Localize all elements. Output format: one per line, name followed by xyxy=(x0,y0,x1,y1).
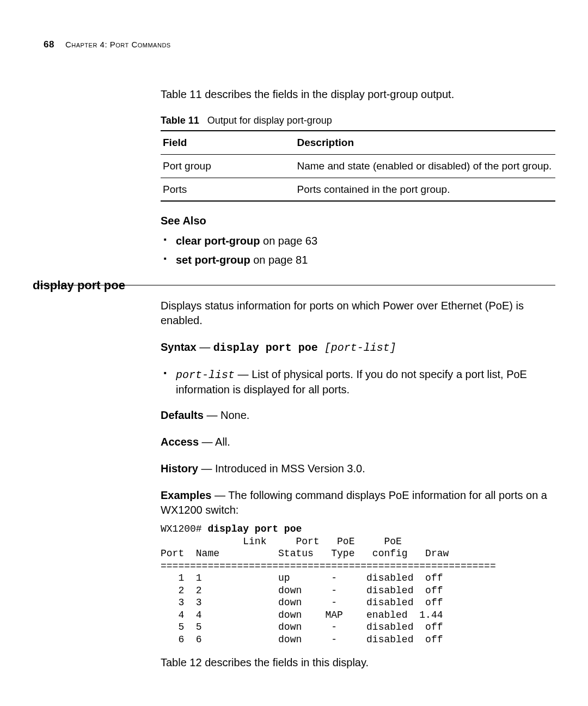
examples-label: Examples xyxy=(161,489,211,501)
cli-prompt: WX1200# xyxy=(161,524,207,534)
history-line: History — Introduced in MSS Version 3.0. xyxy=(161,461,555,476)
defaults-value: — None. xyxy=(204,409,249,421)
table11-desc: Ports contained in the port group. xyxy=(295,178,556,201)
examples-text: — The following command displays PoE inf… xyxy=(161,489,547,516)
defaults-line: Defaults — None. xyxy=(161,408,555,423)
list-item: clear port-group on page 63 xyxy=(161,234,555,248)
syntax-arg: [port-list] xyxy=(324,342,396,354)
cli-row: 1 1 up - disabled off xyxy=(161,573,443,583)
list-item: set port-group on page 81 xyxy=(161,253,555,267)
see-also-heading: See Also xyxy=(161,214,555,228)
history-label: History xyxy=(161,462,198,474)
page-number: 68 xyxy=(44,39,54,50)
command-description: Displays status information for ports on… xyxy=(161,299,555,328)
see-also-pageref: on page 63 xyxy=(260,235,317,247)
cli-separator: ========================================… xyxy=(161,561,496,571)
left-gutter xyxy=(33,87,155,278)
cli-row: 5 5 down - disabled off xyxy=(161,622,443,632)
history-value: — Introduced in MSS Version 3.0. xyxy=(198,462,365,474)
cli-row: 6 6 down - disabled off xyxy=(161,634,443,645)
table-row: Port group Name and state (enabled or di… xyxy=(161,154,555,178)
trailing-paragraph: Table 12 describes the fields in this di… xyxy=(161,655,555,670)
cli-row: 3 3 down - disabled off xyxy=(161,597,443,608)
table11-field: Ports xyxy=(161,178,295,201)
syntax-dash: — xyxy=(197,341,213,353)
table11-field: Port group xyxy=(161,154,295,178)
cli-command: display port poe xyxy=(207,524,302,534)
see-also-list: clear port-group on page 63 set port-gro… xyxy=(161,234,555,267)
see-also-cmd: set port-group xyxy=(176,254,250,266)
page: 68 Chapter 4: Port Commands Table 11 des… xyxy=(0,0,588,706)
section-title: display port poe xyxy=(33,278,155,682)
syntax-command: display port poe xyxy=(213,342,324,354)
intro-paragraph: Table 11 describes the fields in the dis… xyxy=(161,87,555,102)
access-label: Access xyxy=(161,436,199,448)
cli-header1: Link Port PoE PoE xyxy=(161,536,402,547)
syntax-label: Syntax xyxy=(161,341,197,353)
arg-name: port-list xyxy=(176,369,235,381)
running-header: 68 Chapter 4: Port Commands xyxy=(44,39,555,50)
syntax-line: Syntax — display port poe [port-list] xyxy=(161,340,555,355)
see-also-pageref: on page 81 xyxy=(250,254,308,266)
see-also-cmd: clear port-group xyxy=(176,235,260,247)
access-value: — All. xyxy=(199,436,230,448)
examples-line: Examples — The following command display… xyxy=(161,488,555,518)
cli-row: 4 4 down MAP enabled 1.44 xyxy=(161,610,443,620)
defaults-label: Defaults xyxy=(161,409,204,421)
table11-caption-label: Table 11 xyxy=(161,115,199,126)
table-row: Ports Ports contained in the port group. xyxy=(161,178,555,201)
chapter-title: Chapter 4: Port Commands xyxy=(65,40,171,49)
section-rule xyxy=(38,285,555,285)
table11-desc: Name and state (enabled or disabled) of … xyxy=(295,154,556,178)
table11-caption: Table 11 Output for display port-group xyxy=(161,114,555,127)
cli-row: 2 2 down - disabled off xyxy=(161,585,443,596)
cli-header2: Port Name Status Type config Draw xyxy=(161,548,449,559)
table11: Field Description Port group Name and st… xyxy=(161,130,555,202)
syntax-args-list: port-list — List of physical ports. If y… xyxy=(161,367,555,397)
table11-head-field: Field xyxy=(161,131,295,154)
access-line: Access — All. xyxy=(161,435,555,449)
list-item: port-list — List of physical ports. If y… xyxy=(161,367,555,397)
table11-caption-text: Output for display port-group xyxy=(207,115,332,126)
table11-head-desc: Description xyxy=(295,131,556,154)
cli-output: WX1200# display port poe Link Port PoE P… xyxy=(161,523,555,646)
